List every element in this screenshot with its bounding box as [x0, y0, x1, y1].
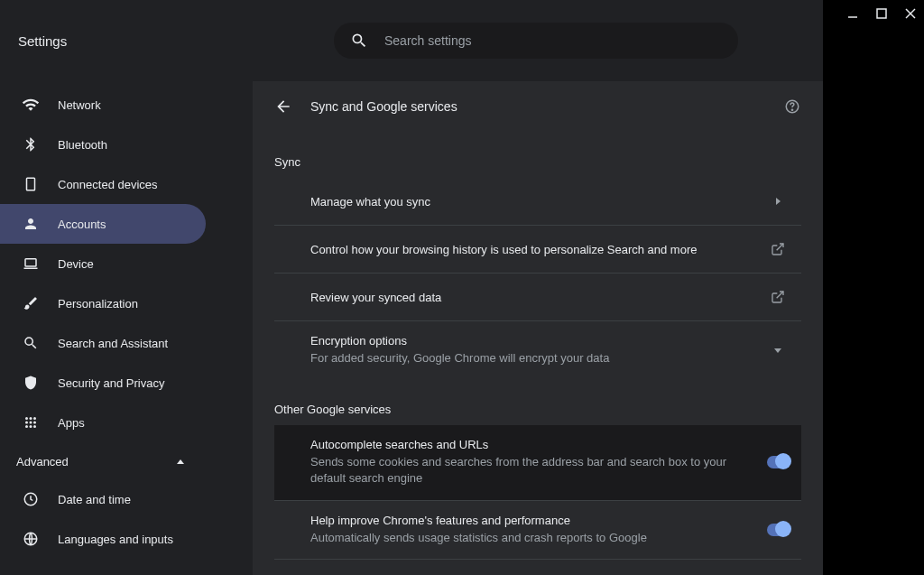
- svg-point-8: [33, 422, 36, 424]
- devices-icon: [22, 175, 40, 193]
- svg-point-9: [25, 425, 28, 428]
- row-subtitle: For added security, Google Chrome will e…: [310, 350, 754, 366]
- sidebar-item-connected-devices[interactable]: Connected devices: [0, 164, 206, 204]
- svg-rect-20: [877, 9, 886, 18]
- sidebar-item-device[interactable]: Device: [0, 244, 206, 283]
- header: Settings: [0, 0, 823, 81]
- search-field-container[interactable]: [334, 23, 738, 59]
- person-icon: [22, 215, 40, 233]
- svg-line-18: [777, 292, 783, 298]
- search-icon: [22, 334, 40, 352]
- window-minimize-button[interactable]: [845, 5, 861, 22]
- svg-point-5: [33, 417, 36, 420]
- search-input[interactable]: [384, 33, 722, 48]
- svg-point-3: [25, 417, 28, 420]
- sidebar-item-bluetooth[interactable]: Bluetooth: [0, 125, 206, 164]
- sidebar-item-label: Network: [58, 98, 101, 112]
- svg-point-7: [30, 422, 32, 424]
- page-title: Sync and Google services: [310, 99, 765, 114]
- sidebar-item-label: Accounts: [58, 218, 106, 231]
- chevron-up-icon: [177, 459, 184, 464]
- svg-point-4: [30, 417, 32, 420]
- chevron-down-icon: [767, 339, 789, 361]
- sidebar-item-label: Search and Assistant: [58, 337, 168, 350]
- sidebar-item-label: Languages and inputs: [58, 533, 173, 546]
- row-subtitle: Automatically sends usage statistics and…: [310, 530, 754, 546]
- wifi-icon: [22, 96, 40, 114]
- sidebar-item-label: Device: [58, 257, 94, 271]
- settings-title: Settings: [18, 33, 253, 49]
- shield-icon: [22, 374, 40, 392]
- row-make-searches-better[interactable]: Make searches and browsing better: [274, 559, 801, 575]
- sidebar-item-personalization[interactable]: Personalization: [0, 283, 206, 323]
- svg-rect-1: [25, 259, 36, 266]
- svg-point-6: [25, 422, 28, 424]
- external-link-icon: [767, 238, 789, 260]
- sidebar-item-label: Security and Privacy: [58, 376, 165, 390]
- row-improve-chrome[interactable]: Help improve Chrome's features and perfo…: [274, 500, 801, 559]
- sidebar-item-search-assistant[interactable]: Search and Assistant: [0, 323, 206, 363]
- laptop-icon: [22, 255, 40, 273]
- row-title: Encryption options: [310, 334, 754, 348]
- sidebar-item-date-time[interactable]: Date and time: [0, 479, 206, 519]
- section-title: Other Google services: [274, 403, 801, 416]
- sidebar-advanced-toggle[interactable]: Advanced: [0, 442, 206, 479]
- window-close-button[interactable]: [902, 5, 919, 22]
- sidebar-item-label: Date and time: [58, 493, 131, 506]
- section-sync: Sync Manage what you sync Control how yo…: [253, 155, 823, 379]
- sidebar-item-accounts[interactable]: Accounts: [0, 204, 206, 244]
- sidebar-item-label: Personalization: [58, 297, 138, 311]
- sidebar: Network Bluetooth Connected devices Acco…: [0, 81, 253, 575]
- apps-grid-icon: [22, 413, 40, 431]
- section-other-services: Other Google services Autocomplete searc…: [253, 403, 823, 575]
- content-pane[interactable]: Sync and Google services Sync Manage wha…: [253, 81, 823, 575]
- row-review-synced[interactable]: Review your synced data: [274, 273, 801, 320]
- row-title: Help improve Chrome's features and perfo…: [310, 514, 754, 527]
- window-controls: [845, 5, 919, 22]
- row-encryption[interactable]: Encryption options For added security, G…: [274, 320, 801, 379]
- sidebar-item-security[interactable]: Security and Privacy: [0, 363, 206, 403]
- sync-card: Manage what you sync Control how your br…: [274, 178, 801, 379]
- brush-icon: [22, 294, 40, 312]
- row-title: Manage what you sync: [310, 195, 754, 209]
- chevron-right-icon: [767, 190, 789, 212]
- svg-point-16: [791, 109, 792, 110]
- search-icon: [350, 32, 368, 50]
- app-window: Settings Network Bluetooth: [0, 0, 823, 575]
- sidebar-item-network[interactable]: Network: [0, 85, 206, 125]
- row-title: Review your synced data: [310, 291, 754, 304]
- svg-point-10: [30, 425, 32, 428]
- sidebar-item-label: Connected devices: [58, 178, 158, 191]
- row-title: Autocomplete searches and URLs: [310, 438, 754, 451]
- body: Network Bluetooth Connected devices Acco…: [0, 81, 823, 575]
- clock-icon: [22, 490, 40, 508]
- section-title: Sync: [274, 155, 801, 169]
- advanced-label: Advanced: [16, 455, 69, 468]
- row-subtitle: Sends some cookies and searches from the…: [310, 454, 754, 487]
- svg-line-17: [777, 244, 783, 250]
- page-header: Sync and Google services: [253, 81, 823, 132]
- svg-point-11: [33, 425, 36, 428]
- sidebar-item-apps[interactable]: Apps: [0, 403, 206, 442]
- sidebar-item-languages[interactable]: Languages and inputs: [0, 519, 206, 559]
- sidebar-item-label: Bluetooth: [58, 138, 107, 152]
- window-maximize-button[interactable]: [873, 5, 890, 22]
- toggle-autocomplete[interactable]: [767, 451, 789, 473]
- other-services-card: Autocomplete searches and URLs Sends som…: [274, 425, 801, 575]
- sidebar-item-label: Apps: [58, 416, 85, 430]
- svg-rect-0: [27, 178, 35, 190]
- bluetooth-icon: [22, 135, 40, 153]
- row-autocomplete[interactable]: Autocomplete searches and URLs Sends som…: [274, 425, 801, 499]
- row-manage-sync[interactable]: Manage what you sync: [274, 178, 801, 225]
- row-title: Control how your browsing history is use…: [310, 243, 754, 256]
- toggle-improve-chrome[interactable]: [767, 519, 789, 541]
- globe-icon: [22, 530, 40, 548]
- row-browsing-history[interactable]: Control how your browsing history is use…: [274, 225, 801, 273]
- black-right-margin: [823, 0, 924, 575]
- external-link-icon: [767, 286, 789, 308]
- back-button[interactable]: [274, 97, 292, 116]
- help-button[interactable]: [783, 97, 801, 116]
